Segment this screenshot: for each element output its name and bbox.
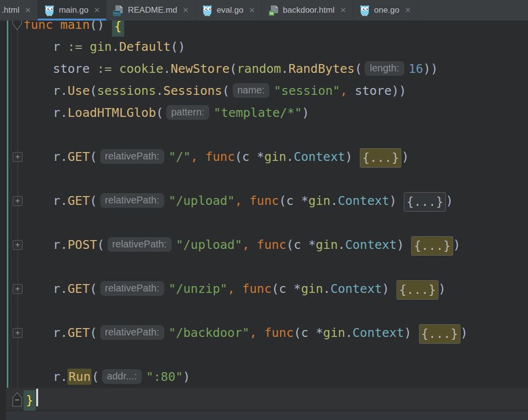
tab-eval-go[interactable]: eval.go ✕ — [196, 0, 262, 21]
code-line[interactable]: } — [23, 388, 468, 410]
code-line[interactable] — [23, 344, 468, 366]
tab-main-go[interactable]: main.go ✕ — [38, 0, 107, 21]
parameter-hint: relativePath: — [100, 193, 164, 208]
folded-code-region[interactable]: {...} — [396, 280, 438, 300]
parameter-hint: relativePath: — [100, 149, 164, 164]
tab-label: eval.go — [217, 5, 243, 15]
fold-end-icon[interactable] — [11, 392, 23, 407]
parameter-hint: length: — [365, 61, 404, 76]
code-line[interactable] — [23, 168, 468, 190]
parameter-hint: relativePath: — [108, 237, 172, 252]
close-icon[interactable]: ✕ — [340, 6, 346, 15]
code-area[interactable]: func main() { r := gin.Default() store :… — [23, 14, 468, 410]
tab-label: .html — [1, 5, 20, 15]
tab-label: main.go — [59, 5, 88, 15]
tab-label: one.go — [374, 5, 399, 15]
editor-gutter — [0, 21, 6, 420]
folded-code-region[interactable]: {...} — [411, 236, 453, 256]
fold-expand-icon[interactable]: + — [13, 284, 22, 294]
editor-tab-bar: .html ✕ main.go ✕ MD REA — [0, 0, 528, 21]
tab-label: README.md — [128, 5, 177, 15]
close-icon[interactable]: ✕ — [183, 6, 189, 15]
code-line[interactable]: r.POST(relativePath:"/upload", func(c *g… — [23, 234, 468, 256]
vcs-change-bar — [7, 21, 8, 409]
close-icon[interactable]: ✕ — [94, 6, 100, 15]
tab-readme-md[interactable]: MD README.md ✕ — [107, 0, 196, 21]
matched-brace: } — [23, 390, 36, 411]
scrollbar-track — [6, 411, 528, 420]
code-line[interactable] — [23, 256, 468, 278]
close-icon[interactable]: ✕ — [249, 6, 255, 15]
fold-expand-icon[interactable]: + — [13, 328, 22, 338]
parameter-hint: relativePath: — [100, 281, 164, 296]
close-icon[interactable]: ✕ — [25, 6, 31, 15]
fold-expand-icon[interactable]: + — [13, 240, 22, 250]
code-line[interactable] — [23, 300, 468, 322]
code-line[interactable]: store := cookie.NewStore(random.RandByte… — [23, 58, 468, 80]
code-line[interactable]: r.Use(sessions.Sessions(name:"session", … — [23, 80, 468, 102]
html-file-icon: H — [268, 5, 279, 16]
parameter-hint: relativePath: — [100, 325, 164, 340]
tab-label: backdoor.html — [283, 5, 335, 15]
folded-code-region[interactable]: {...} — [360, 148, 401, 168]
folded-code-region[interactable]: {...} — [419, 324, 461, 344]
parameter-hint: name: — [233, 83, 270, 98]
svg-text:MD: MD — [114, 11, 120, 16]
code-line[interactable]: r.LoadHTMLGlob(pattern:"template/*") — [23, 102, 468, 124]
svg-text:H: H — [270, 11, 273, 16]
highlighted-identifier: Run — [67, 369, 91, 385]
folded-code-region[interactable]: {...} — [404, 192, 445, 212]
parameter-hint: addr...: — [102, 369, 142, 384]
text-caret — [36, 389, 38, 406]
close-icon[interactable]: ✕ — [405, 6, 411, 15]
go-gopher-icon — [359, 5, 370, 16]
code-line[interactable]: r := gin.Default() — [23, 36, 468, 58]
gutter-separator — [11, 21, 11, 420]
code-line[interactable]: r.GET(relativePath:"/unzip", func(c *gin… — [23, 278, 468, 300]
fold-expand-icon[interactable]: + — [13, 196, 22, 206]
code-line[interactable] — [23, 124, 468, 146]
parameter-hint: pattern: — [166, 105, 209, 120]
markdown-file-icon: MD — [113, 5, 124, 16]
code-line[interactable]: r.Run(addr...:":80") — [23, 366, 468, 388]
code-line[interactable]: r.GET(relativePath:"/", func(c *gin.Cont… — [23, 146, 468, 168]
code-line[interactable]: r.GET(relativePath:"/upload", func(c *gi… — [23, 190, 468, 212]
code-line[interactable] — [23, 212, 468, 234]
go-gopher-icon — [202, 5, 213, 16]
tab-html[interactable]: .html ✕ — [0, 0, 38, 21]
fold-expand-icon[interactable]: + — [13, 152, 22, 162]
tab-one-go[interactable]: one.go ✕ — [353, 0, 418, 21]
code-line[interactable]: r.GET(relativePath:"/backdoor", func(c *… — [23, 322, 468, 344]
go-gopher-icon — [44, 5, 55, 16]
code-editor[interactable]: func main() { r := gin.Default() store :… — [0, 0, 528, 420]
tab-backdoor-html[interactable]: H backdoor.html ✕ — [262, 0, 353, 21]
